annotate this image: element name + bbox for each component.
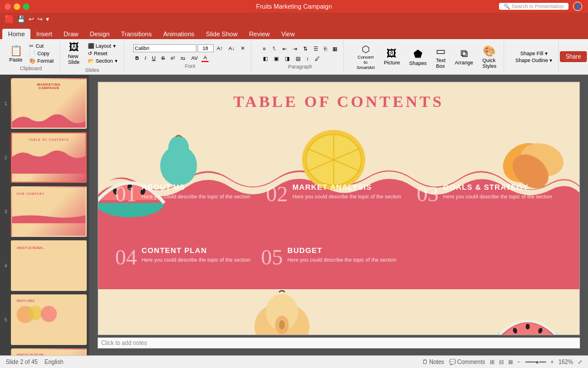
decrease-indent-button[interactable]: ⇤ (280, 45, 289, 53)
reset-button[interactable]: ↺ Reset (86, 50, 120, 57)
strikethrough-button[interactable]: S (159, 54, 167, 62)
quick-styles-button[interactable]: 🎨 QuickStyles (479, 44, 500, 70)
comments-button[interactable]: 💬 Comments (449, 359, 485, 365)
redo-icon[interactable]: ↪ (37, 16, 42, 23)
font-color-button[interactable]: A (201, 53, 209, 62)
text-direction-button[interactable]: ⇅ (301, 45, 310, 53)
italic-button[interactable]: I (142, 54, 149, 62)
view-normal-icon[interactable]: ⊞ (490, 359, 494, 365)
user-icon[interactable]: 👤 (573, 2, 582, 11)
layout-button[interactable]: ⬛ Layout ▾ (86, 43, 120, 49)
bold-button[interactable]: B (133, 54, 142, 62)
zoom-out-button[interactable]: − (517, 359, 521, 365)
tab-slideshow[interactable]: Slide Show (200, 29, 243, 39)
save-icon[interactable]: 💾 (17, 16, 25, 23)
fruit-watermelon-right (493, 295, 562, 335)
toc-row-1: 01 ABOUT US Here you could describe the … (98, 183, 579, 205)
toc-item-2: 02 MARKET ANALYSIS Here you could descri… (266, 183, 411, 205)
tab-review[interactable]: Review (243, 29, 276, 39)
columns-button[interactable]: ▦ (330, 45, 340, 53)
slide-thumb-1[interactable]: MARKETINGCAMPAIGN (11, 78, 87, 129)
zoom-slider[interactable]: ━━━●━━ (525, 359, 546, 365)
font-group: A↑ A↓ ✕ B I U S x² x₂ AV A Font (130, 40, 252, 73)
slide-thumb-wrapper-1: 1 MARKETINGCAMPAIGN (2, 78, 87, 129)
bg-color-button[interactable]: 🖊 (312, 55, 322, 63)
font-spacing-button[interactable]: AV (189, 54, 200, 62)
view-slide-icon[interactable]: ⊠ (508, 359, 513, 365)
font-family-input[interactable] (133, 44, 196, 52)
toc-num-2: 02 (266, 183, 288, 205)
tab-home[interactable]: Home (2, 29, 30, 39)
text-align-button[interactable]: ☰ (311, 45, 320, 53)
fit-screen-button[interactable]: ⤢ (578, 359, 582, 365)
toc-row-2: 04 CONTENT PLAN Here you could describe … (98, 246, 419, 268)
line-spacing-button[interactable]: ↕ (304, 55, 312, 63)
font-size-increase[interactable]: A↑ (215, 44, 226, 52)
slide-thumb-2[interactable]: TABLE OF CONTENTS 01 ... 02 ... 03 ... (11, 132, 87, 183)
subscript-button[interactable]: x₂ (179, 54, 188, 62)
convert-smartart-button[interactable]: ⬡ Convert toSmartArt (353, 43, 378, 71)
slide-thumb-6[interactable]: WHAT ELSE DO WE... (11, 348, 87, 355)
notes-button[interactable]: 🗒 Notes (422, 359, 444, 365)
copy-button[interactable]: 📄Copy (27, 50, 56, 57)
smart-art-button[interactable]: ⎘ (322, 45, 329, 53)
toc-label-2: MARKET ANALYSIS (292, 183, 401, 191)
shape-outline-button[interactable]: Shape Outline ▾ (513, 57, 555, 64)
quick-access-toolbar: 🟥 💾 ↩ ↪ ▾ (0, 13, 588, 25)
picture-button[interactable]: 🖼 Picture (380, 47, 403, 67)
fruit-apple-bottom (247, 289, 316, 335)
tab-transitions[interactable]: Transitions (115, 29, 157, 39)
search-input[interactable]: 🔍 Search in Presentation (499, 3, 568, 10)
slide-thumb-4[interactable]: ABOUT US PEREN... (11, 240, 87, 291)
clear-format[interactable]: ✕ (238, 44, 247, 52)
svg-point-16 (266, 294, 298, 331)
section-button[interactable]: 📂 Section ▾ (86, 57, 120, 64)
window-maximize[interactable] (23, 3, 29, 10)
svg-point-18 (279, 320, 285, 329)
svg-point-20 (512, 327, 518, 334)
tab-animations[interactable]: Animations (157, 29, 200, 39)
font-size-input[interactable] (198, 44, 214, 52)
numbering-button[interactable]: ⒈ (269, 44, 279, 53)
align-left-button[interactable]: ◧ (261, 55, 270, 63)
align-center-button[interactable]: ▣ (272, 55, 281, 63)
zoom-in-button[interactable]: + (551, 359, 554, 365)
window-close[interactable] (5, 3, 11, 10)
paste-button[interactable]: 📋 Paste (6, 43, 26, 64)
cut-button[interactable]: ✂Cut (27, 43, 56, 49)
app-title: Fruits Marketing Campaign (256, 3, 332, 10)
thumb-title-1: MARKETINGCAMPAIGN (12, 79, 86, 93)
superscript-button[interactable]: x² (168, 54, 177, 62)
customize-icon[interactable]: ▾ (46, 16, 49, 23)
zoom-level: 162% (558, 359, 573, 365)
tab-view[interactable]: View (276, 29, 301, 39)
slide-thumb-5[interactable]: FRUIT LINES (11, 294, 87, 345)
wave-band (98, 157, 579, 289)
new-slide-button[interactable]: 🖼 New Slide (65, 40, 83, 66)
align-right-button[interactable]: ◨ (283, 55, 292, 63)
underline-button[interactable]: U (150, 54, 158, 62)
share-button[interactable]: Share (560, 51, 587, 62)
font-size-decrease[interactable]: A↓ (226, 44, 237, 52)
increase-indent-button[interactable]: ⇥ (291, 45, 300, 53)
undo-icon[interactable]: ↩ (29, 16, 34, 23)
slide-info: Slide 2 of 45 (6, 359, 38, 365)
view-outline-icon[interactable]: ⊟ (499, 359, 504, 365)
slide-num-2: 2 (2, 155, 9, 160)
notes-area[interactable]: Click to add notes (98, 338, 580, 348)
tab-draw[interactable]: Draw (58, 29, 84, 39)
text-box-button[interactable]: ▭ TextBox (432, 44, 449, 70)
bullets-button[interactable]: ≡ (261, 45, 268, 53)
ribbon-tabs: Home Insert Draw Design Transitions Anim… (0, 25, 588, 39)
tab-insert[interactable]: Insert (30, 29, 58, 39)
window-minimize[interactable] (14, 3, 20, 10)
tab-design[interactable]: Design (84, 29, 115, 39)
shapes-button[interactable]: ⬟ Shapes (405, 47, 430, 67)
arrange-button[interactable]: ⧉ Arrange (451, 47, 477, 67)
toc-item-4: 04 CONTENT PLAN Here you could describe … (115, 246, 256, 268)
format-button[interactable]: 🎨Format (27, 57, 56, 64)
shape-fill-button[interactable]: Shape Fill ▾ (518, 50, 550, 57)
justify-button[interactable]: ▤ (293, 55, 303, 63)
slide-thumb-3[interactable]: OUR COMPANY (11, 186, 87, 237)
slide-canvas: TABLE OF CONTENTS (98, 82, 580, 335)
